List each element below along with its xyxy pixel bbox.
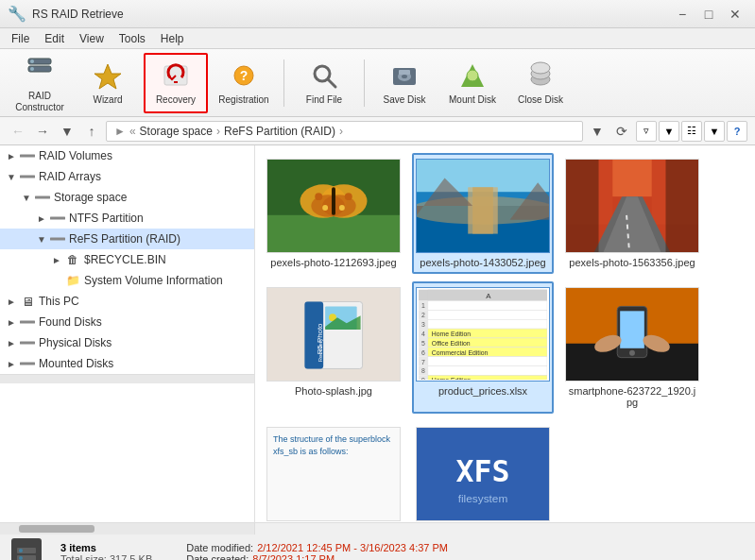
svg-rect-97: [620, 311, 644, 348]
content-scroll-track[interactable]: [255, 523, 755, 535]
drive-icon-8: [19, 355, 36, 372]
registration-label: Registration: [218, 94, 268, 105]
recovery-icon: [161, 60, 191, 93]
menu-view[interactable]: View: [72, 30, 112, 47]
svg-point-107: [19, 549, 23, 552]
expand-icon-11: ►: [4, 359, 19, 369]
svg-point-98: [629, 350, 635, 356]
registration-button[interactable]: ? Registration: [212, 53, 276, 113]
svg-point-37: [339, 205, 345, 211]
menu-edit[interactable]: Edit: [37, 30, 72, 47]
file-item-excel[interactable]: A 1 2 3 4 Home Edition: [412, 281, 554, 414]
mount-disk-icon: [457, 60, 488, 93]
wizard-button[interactable]: Wizard: [76, 53, 140, 113]
sidebar-item-found-disks[interactable]: ► Found Disks: [0, 312, 254, 332]
sidebar-scroll-thumb[interactable]: [19, 525, 94, 533]
menu-help[interactable]: Help: [153, 30, 192, 47]
svg-rect-19: [20, 176, 35, 178]
expand-icon-5: ▼: [34, 234, 49, 245]
svg-rect-24: [20, 342, 35, 345]
menu-tools[interactable]: Tools: [112, 30, 153, 47]
registration-icon: ?: [229, 60, 259, 93]
file-item-text[interactable]: The structure of the superblock xfs_sb i…: [263, 421, 404, 522]
sidebar-item-storage-space[interactable]: ▼ Storage space: [0, 187, 254, 208]
sidebar-item-recycle[interactable]: ► 🗑 $RECYCLE.BIN: [0, 249, 254, 270]
path-separator-icon2: «: [129, 125, 136, 138]
svg-point-14: [467, 70, 478, 81]
sidebar-item-refs[interactable]: ▼ ReFS Partition (RAID): [0, 229, 254, 249]
recovery-button[interactable]: Recovery: [144, 53, 208, 113]
recovery-label: Recovery: [156, 94, 196, 105]
filter-button[interactable]: ▿: [636, 121, 657, 142]
file-item-butterfly[interactable]: pexels-photo-1212693.jpeg: [263, 153, 404, 274]
save-disk-button[interactable]: Save Disk: [372, 53, 437, 113]
file-item-smartphone[interactable]: smartphone-623722_1920.jpg: [561, 281, 703, 414]
menu-file[interactable]: File: [4, 30, 37, 47]
window-controls: − □ ✕: [670, 5, 747, 24]
file-item-ocean[interactable]: pexels-photo-1433052.jpeg: [412, 153, 554, 274]
refresh-button[interactable]: ⟳: [611, 121, 632, 142]
sidebar-item-raid-volumes[interactable]: ► RAID Volumes: [0, 145, 254, 166]
file-name-butterfly: pexels-photo-1212693.jpeg: [270, 257, 396, 268]
status-counts: 3 items Total size: 317.5 KB: [60, 542, 152, 561]
svg-rect-18: [20, 155, 35, 158]
history-button[interactable]: ▼: [57, 121, 77, 142]
refs-label: ReFS Partition (RAID): [69, 232, 180, 246]
recycle-label: $RECYCLE.BIN: [84, 253, 166, 266]
status-dates: Date modified: 2/12/2021 12:45 PM - 3/16…: [186, 542, 448, 561]
svg-text:A: A: [486, 292, 491, 300]
sidebar-horizontal-scroll[interactable]: [0, 374, 255, 383]
sidebar-item-mounted-disks[interactable]: ► Mounted Disks: [0, 353, 254, 374]
close-disk-label: Close Disk: [518, 94, 563, 105]
recycle-icon: 🗑: [64, 251, 81, 268]
file-thumbnail-butterfly: [266, 159, 401, 253]
path-dropdown-button[interactable]: ▼: [587, 121, 608, 142]
forward-button[interactable]: →: [32, 121, 53, 142]
file-item-xfs[interactable]: XFS filesystem xfs_data: [412, 421, 554, 522]
content-area: pexels-photo-1212693.jpeg: [255, 145, 755, 522]
close-button[interactable]: ✕: [723, 5, 747, 24]
back-button[interactable]: ←: [8, 121, 28, 142]
svg-text:3: 3: [421, 321, 425, 328]
find-file-button[interactable]: Find File: [292, 53, 356, 113]
svg-rect-13: [399, 70, 410, 75]
svg-point-2: [30, 59, 34, 63]
address-path-bar[interactable]: ► « Storage space › ReFS Partition (RAID…: [106, 121, 583, 142]
sidebar-item-sysvolinfo[interactable]: 📁 System Volume Information: [0, 270, 254, 291]
minimize-button[interactable]: −: [670, 5, 695, 24]
view-button[interactable]: ☷: [681, 121, 702, 142]
svg-text:Home Edition: Home Edition: [432, 331, 471, 337]
folder-icon: 📁: [64, 272, 81, 289]
mount-disk-label: Mount Disk: [449, 94, 496, 105]
filter-area: ▿ ▼ ☷ ▼ ?: [636, 121, 747, 142]
file-name-excel: product_prices.xlsx: [438, 385, 527, 397]
svg-text:Office Edition: Office Edition: [432, 340, 471, 347]
help-button[interactable]: ?: [727, 121, 747, 142]
sidebar-item-raid-arrays[interactable]: ▼ RAID Arrays: [0, 166, 254, 187]
maximize-button[interactable]: □: [696, 5, 721, 24]
file-item-photosplash[interactable]: R5 Photo Recovery Photo-splash.jpg: [263, 281, 404, 414]
sidebar-item-ntfs[interactable]: ► NTFS Partition: [0, 208, 254, 229]
view-dropdown-button[interactable]: ▼: [704, 121, 725, 142]
status-disk-icon: [11, 538, 42, 561]
app-title: RS RAID Retrieve: [32, 8, 124, 21]
sidebar-item-physical-disks[interactable]: ► Physical Disks: [0, 332, 254, 353]
sidebar-item-thispc[interactable]: ► 🖥 This PC: [0, 291, 254, 312]
mount-disk-button[interactable]: Mount Disk: [440, 53, 505, 113]
path-part-refs[interactable]: ReFS Partition (RAID): [224, 125, 335, 138]
svg-rect-88: [428, 366, 547, 376]
expand-icon-3: ▼: [19, 193, 34, 203]
svg-point-34: [315, 193, 322, 200]
file-item-road[interactable]: pexels-photo-1563356.jpeg: [561, 153, 703, 274]
raid-constructor-button[interactable]: RAID Constructor: [8, 53, 72, 113]
svg-text:?: ?: [240, 68, 249, 83]
sidebar-scroll-track[interactable]: [0, 523, 255, 535]
path-part-storage[interactable]: Storage space: [140, 125, 213, 138]
expand-icon-6: ►: [49, 255, 64, 265]
close-disk-button[interactable]: Close Disk: [508, 53, 573, 113]
storage-space-label: Storage space: [54, 191, 127, 204]
bottom-scroll-area: [0, 522, 755, 534]
filter-dropdown-button[interactable]: ▼: [659, 121, 679, 142]
save-disk-icon: [389, 60, 420, 93]
up-button[interactable]: ↑: [81, 121, 102, 142]
